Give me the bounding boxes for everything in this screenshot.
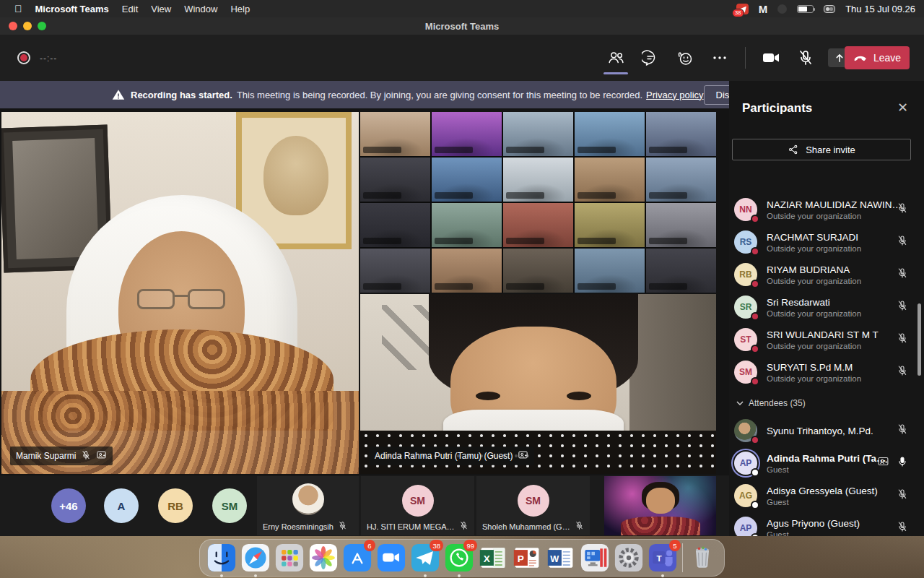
gallery-tile-name-pill (363, 283, 401, 290)
camera-toggle-button[interactable] (759, 46, 783, 70)
control-center-icon[interactable] (824, 5, 835, 13)
participant-name: SRI WULANDARI ST M T (767, 329, 879, 340)
mic-muted-icon[interactable] (897, 332, 908, 347)
participant-row[interactable]: ST SRI WULANDARI ST M TOutside your orga… (729, 323, 918, 355)
dock-icon-trash[interactable] (688, 543, 717, 572)
gallery-grid-video[interactable] (360, 112, 716, 293)
participant-initials-avatar: AG (734, 484, 757, 507)
dim-status-icon[interactable] (777, 4, 787, 14)
participant-row[interactable]: SR Sri ResdarwatiOutside your organizati… (729, 290, 918, 323)
app-menu-title[interactable]: Microsoft Teams (35, 4, 109, 14)
mic-muted-icon[interactable] (897, 521, 908, 535)
dock-badge-whatsapp: 99 (463, 540, 477, 551)
gallery-tile (575, 112, 645, 156)
gallery-tile-name-pill (578, 192, 616, 199)
dock-icon-powerpoint[interactable]: P (513, 543, 541, 572)
gallery-tile (503, 203, 573, 247)
participant-avatar-circle[interactable]: RB (158, 488, 193, 523)
mic-on-icon[interactable] (897, 456, 908, 470)
menu-help[interactable]: Help (230, 4, 250, 14)
mic-muted-icon[interactable] (897, 267, 908, 282)
dock-icon-word[interactable]: W (546, 543, 575, 572)
dock-icon-whatsapp[interactable]: 99 (445, 543, 474, 572)
close-panel-icon[interactable]: ✕ (897, 100, 908, 116)
zoom-window-button[interactable] (38, 22, 46, 30)
mic-muted-icon[interactable] (897, 488, 908, 503)
dock-icon-appstore[interactable]: 6 (343, 543, 372, 572)
participant-avatar-circle[interactable]: A (104, 488, 139, 523)
menu-edit[interactable]: Edit (122, 4, 138, 14)
mic-muted-icon[interactable] (897, 365, 908, 379)
mic-muted-icon[interactable] (897, 202, 908, 217)
running-indicator (458, 574, 461, 577)
leave-meeting-button[interactable]: Leave (845, 46, 910, 69)
battery-icon[interactable] (797, 5, 814, 13)
warning-icon (112, 88, 125, 101)
dock-icon-settings[interactable] (614, 543, 643, 572)
dock-icon-parallels[interactable] (580, 543, 609, 572)
gallery-tile (432, 158, 502, 202)
menu-bar-clock[interactable]: Thu 15 Jul 09.26 (845, 4, 915, 14)
menu-window[interactable]: Window (184, 4, 217, 14)
panel-scrollbar[interactable] (918, 303, 921, 376)
dock-icon-zoom[interactable] (377, 543, 406, 572)
dock-icon-launchpad[interactable] (275, 543, 304, 572)
participant-row[interactable]: AP Adinda Rahma Putri (Ta…Guest (729, 447, 918, 479)
dock-icon-photos[interactable] (309, 543, 338, 572)
participant-row[interactable]: NN NAZIAR MAULIDIAZ NAWIN…Outside your o… (729, 193, 918, 225)
dock-icon-teams[interactable]: T 5 (648, 543, 677, 572)
apple-menu-icon[interactable]:  (14, 3, 22, 14)
mic-muted-icon[interactable] (897, 423, 908, 438)
attendees-section-header[interactable]: Attendees (35) (736, 392, 924, 414)
macos-dock: 6 38 99 X P W T 5 (199, 539, 725, 577)
close-window-button[interactable] (9, 22, 17, 30)
reactions-button[interactable] (673, 46, 697, 70)
gallery-tile (432, 112, 502, 156)
dock-icon-excel[interactable]: X (479, 543, 507, 572)
overflow-participants-badge[interactable]: +46 (51, 488, 86, 523)
microphone-muted-button[interactable] (793, 46, 818, 70)
participant-subtitle: Guest (767, 465, 877, 474)
share-invite-button[interactable]: Share invite (732, 139, 911, 160)
gallery-tile-name-pill (363, 192, 401, 199)
participants-button[interactable] (603, 46, 628, 70)
mic-muted-icon (338, 521, 347, 532)
dock-badge-appstore: 6 (364, 540, 375, 551)
gallery-tile (646, 203, 716, 247)
dock-badge-teams: 5 (669, 540, 681, 551)
running-indicator (424, 574, 427, 577)
participant-avatar-circle[interactable]: SM (212, 488, 247, 523)
participant-row[interactable]: SM SURYATI S.Pd M.MOutside your organiza… (729, 355, 918, 388)
minimize-window-button[interactable] (23, 22, 32, 30)
participant-row[interactable]: RB RIYAM BUDRIANAOutside your organizati… (729, 258, 918, 290)
filmstrip-tile[interactable]: Erny Roesminingsih (257, 476, 359, 535)
gallery-tile-name-pill (506, 147, 544, 153)
participant-subtitle: Outside your organization (767, 244, 897, 253)
participant-row[interactable]: AG Adisya Gressyela (Guest)Guest (729, 479, 918, 512)
filmstrip-tile[interactable]: SMHJ. SITI ERUM MEGA… (361, 476, 474, 535)
gallery-tile-name-pill (435, 192, 473, 199)
main-speaker-video[interactable]: Mamik Suparmi (1, 112, 359, 474)
glasses (137, 289, 225, 311)
mic-muted-icon[interactable] (897, 235, 908, 249)
privacy-policy-link[interactable]: Privacy policy (646, 90, 703, 100)
dock-icon-telegram[interactable]: 38 (411, 543, 440, 572)
dock-icon-finder[interactable] (207, 543, 236, 572)
participant-initials-avatar: SM (402, 485, 434, 517)
dock-icon-safari[interactable] (241, 543, 270, 572)
mic-muted-icon[interactable] (897, 300, 908, 314)
chat-button[interactable] (638, 46, 663, 70)
pinned-video-icon[interactable] (877, 455, 889, 470)
secondary-speaker-video[interactable]: Adinda Rahma Putri (Tamu) (Guest) (360, 294, 716, 474)
running-indicator (254, 574, 257, 577)
more-actions-button[interactable] (707, 46, 732, 70)
secondary-speaker-name: Adinda Rahma Putri (Tamu) (Guest) (375, 451, 513, 461)
menu-view[interactable]: View (151, 4, 171, 14)
participant-row[interactable]: Syunu Trihantoyo, M.Pd. (729, 414, 918, 447)
participant-name: Adisya Gressyela (Guest) (767, 486, 878, 496)
filmstrip-tile[interactable]: SMSholeh Muhammed (G… (476, 476, 590, 535)
telegram-status-icon[interactable]: 38 (736, 4, 749, 14)
malwarebytes-status-icon[interactable]: M (759, 3, 768, 15)
participant-row[interactable]: RS RACHMAT SURJADIOutside your organizat… (729, 225, 918, 258)
filmstrip-tile[interactable] (604, 476, 716, 535)
